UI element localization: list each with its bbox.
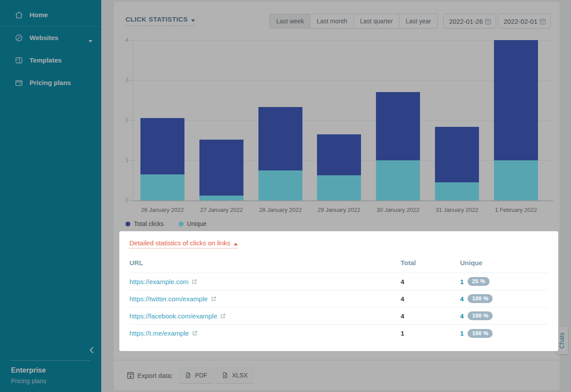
total-value: 1 <box>401 329 460 337</box>
url-link[interactable]: https://facebook.com/example <box>129 312 217 320</box>
column-header-total: Total <box>401 259 460 266</box>
external-link-icon[interactable] <box>220 313 226 319</box>
total-value: 4 <box>401 312 460 320</box>
table-header-row: URLTotalUnique <box>129 253 548 273</box>
table-row: https://facebook.com/example44100 % <box>129 307 548 325</box>
detailed-statistics-panel: Detailed statistics of clicks on links U… <box>119 231 558 351</box>
table-row: https://twitter.com/example44100 % <box>129 290 548 307</box>
unique-value: 1 <box>460 278 464 285</box>
app: HomeWebsitesTemplatesPricing plans Enter… <box>0 0 571 392</box>
url-cell: https://facebook.com/example <box>129 312 401 320</box>
url-link[interactable]: https://example.com <box>129 278 188 285</box>
clicks-table: URLTotalUniquehttps://example.com4125 %h… <box>129 253 548 342</box>
unique-cell: 125 % <box>460 277 548 286</box>
unique-cell: 4100 % <box>460 294 548 303</box>
url-cell: https://t.me/example <box>129 329 401 337</box>
unique-value: 4 <box>460 295 464 303</box>
url-cell: https://twitter.com/example <box>129 295 401 303</box>
unique-cell: 4100 % <box>460 311 548 320</box>
url-link[interactable]: https://twitter.com/example <box>129 295 208 303</box>
detailed-statistics-label: Detailed statistics of clicks on links <box>129 239 230 247</box>
column-header-url: URL <box>129 259 401 266</box>
percent-badge: 25 % <box>468 277 490 286</box>
total-value: 4 <box>401 295 460 303</box>
detailed-statistics-toggle[interactable]: Detailed statistics of clicks on links <box>129 239 238 248</box>
total-value: 4 <box>401 278 460 285</box>
url-cell: https://example.com <box>129 278 401 285</box>
external-link-icon[interactable] <box>211 296 217 302</box>
column-header-unique: Unique <box>460 259 548 266</box>
caret-up-icon <box>234 239 238 247</box>
percent-badge: 100 % <box>468 311 493 320</box>
percent-badge: 100 % <box>468 294 493 303</box>
url-link[interactable]: https://t.me/example <box>129 329 189 337</box>
external-link-icon[interactable] <box>192 279 197 285</box>
unique-value: 4 <box>460 312 464 320</box>
percent-badge: 100 % <box>468 329 493 338</box>
external-link-icon[interactable] <box>192 330 198 336</box>
table-row: https://t.me/example11100 % <box>129 325 548 342</box>
unique-value: 1 <box>460 329 464 337</box>
unique-cell: 1100 % <box>460 329 548 338</box>
table-row: https://example.com4125 % <box>129 273 548 290</box>
